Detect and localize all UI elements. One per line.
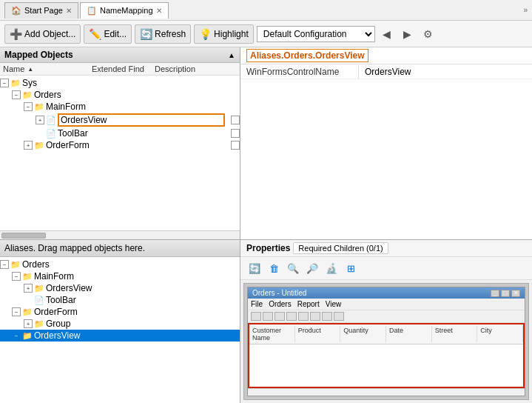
edit-label: Edit... <box>104 29 127 39</box>
name-mapping-label: NameMapping <box>100 6 153 15</box>
expander-alias-orderform[interactable]: − <box>12 307 21 316</box>
properties-label-row: Properties Required Children (0/1) <box>240 240 532 257</box>
alias-row-mainform[interactable]: − 📁 MainForm <box>0 270 240 282</box>
menu-file[interactable]: File <box>251 300 263 308</box>
label-alias-orders: Orders <box>22 259 240 270</box>
checkbox-orderform[interactable] <box>231 141 240 150</box>
menu-report[interactable]: Report <box>297 300 320 308</box>
alias-row-ordersview-selected[interactable]: − 📁 OrdersView <box>0 330 240 342</box>
highlight-label: Highlight <box>214 29 249 39</box>
edit-button[interactable]: ✏️ Edit... <box>84 24 132 44</box>
settings-icon[interactable]: ⚙ <box>420 25 437 43</box>
tree-row-orders[interactable]: − 📁 Orders <box>0 89 240 101</box>
restore-btn[interactable]: □ <box>501 290 510 297</box>
toolbar-btn-4[interactable] <box>286 312 297 321</box>
expander-sys[interactable]: − <box>0 79 9 87</box>
alias-row-orderform[interactable]: − 📁 OrderForm <box>0 306 240 318</box>
folder-icon-alias-group: 📁 <box>34 319 44 329</box>
close-btn[interactable]: ✕ <box>511 290 520 297</box>
prop-row-winforms: WinFormsControlName OrdersView <box>240 64 532 79</box>
alias-title-bar: Aliases.Orders.OrdersView <box>240 47 532 64</box>
alias-row-ordersview-sub[interactable]: + 📁 OrdersView <box>0 282 240 294</box>
folder-icon-alias-ordersview-sub: 📁 <box>34 284 44 293</box>
refresh-action-icon[interactable]: 🔄 <box>246 260 263 276</box>
scrollbar-thumb[interactable] <box>1 233 46 239</box>
menu-orders[interactable]: Orders <box>269 300 292 308</box>
alias-row-group[interactable]: + 📁 Group <box>0 318 240 330</box>
title-chevron-icon[interactable]: » <box>523 6 528 14</box>
checkbox-toolbar[interactable] <box>231 129 240 138</box>
preview-grid-header: Customer Name Product Quantity Date Stre… <box>249 324 523 344</box>
folder-icon-mainform: 📁 <box>34 102 44 112</box>
minimize-icon[interactable]: ▲ <box>228 51 235 59</box>
zoom-action-icon[interactable]: 🔬 <box>323 260 340 276</box>
label-alias-mainform: MainForm <box>34 271 240 282</box>
mapped-objects-scrollbar[interactable] <box>0 230 240 239</box>
spacer-alias-toolbar <box>24 296 33 304</box>
search-plus-action-icon[interactable]: 🔎 <box>304 260 320 276</box>
add-object-button[interactable]: ➕ Add Object... <box>4 24 81 44</box>
properties-table: WinFormsControlName OrdersView <box>240 64 532 239</box>
label-alias-ordersview-sub: OrdersView <box>46 283 240 293</box>
grid-action-icon[interactable]: ⊞ <box>343 260 359 276</box>
start-page-close[interactable]: ✕ <box>66 7 72 15</box>
minimize-btn[interactable]: _ <box>491 290 499 297</box>
expander-alias-group[interactable]: + <box>24 319 33 328</box>
menu-view[interactable]: View <box>326 300 342 308</box>
toolbar-btn-1[interactable] <box>251 312 261 321</box>
expander-alias-mainform[interactable]: − <box>12 272 21 281</box>
label-alias-orderform: OrderForm <box>34 307 240 317</box>
search-action-icon[interactable]: 🔍 <box>285 260 301 276</box>
alias-title-text: Aliases.Orders.OrdersView <box>246 49 368 62</box>
tab-start-page[interactable]: 🏠 Start Page ✕ <box>4 2 78 19</box>
name-mapping-icon: 📋 <box>87 6 97 16</box>
tree-row-orderform[interactable]: + 📁 OrderForm <box>0 139 240 151</box>
tree-header: Name ▲ Extended Find Description <box>0 63 240 76</box>
col-name[interactable]: Name ▲ <box>3 64 92 73</box>
expander-orderform[interactable]: + <box>24 141 33 150</box>
grid-col-quantity: Quantity <box>340 326 386 342</box>
name-mapping-close[interactable]: ✕ <box>156 7 162 15</box>
folder-icon-ordersview: 📄 <box>46 116 56 125</box>
expander-alias-ordersview-sub[interactable]: + <box>24 284 33 293</box>
tab-name-mapping[interactable]: 📋 NameMapping ✕ <box>80 2 169 19</box>
tree-row-toolbar[interactable]: 📄 ToolBar <box>0 127 240 139</box>
preview-window-title: Orders - Untitled <box>252 289 306 297</box>
toolbar-btn-3[interactable] <box>275 312 285 321</box>
expander-mainform[interactable]: − <box>24 102 33 111</box>
tree-row-ordersview[interactable]: + 📄 OrdersView <box>0 113 240 127</box>
delete-action-icon[interactable]: 🗑 <box>266 260 282 276</box>
alias-row-toolbar[interactable]: 📄 ToolBar <box>0 294 240 306</box>
preview-bottom-scroll[interactable] <box>248 388 525 396</box>
expander-orders[interactable]: − <box>12 90 21 99</box>
spacer-toolbar <box>36 129 44 138</box>
tree-row-mainform[interactable]: − 📁 MainForm <box>0 101 240 113</box>
expander-alias-orders[interactable]: − <box>0 260 9 269</box>
nav-right-icon[interactable]: ▶ <box>399 25 417 43</box>
folder-icon-alias-mainform: 📁 <box>22 272 33 282</box>
grid-col-street: Street <box>432 326 478 342</box>
alias-row-orders[interactable]: − 📁 Orders <box>0 259 240 270</box>
toolbar-btn-7[interactable] <box>322 312 332 321</box>
highlight-button[interactable]: 💡 Highlight <box>194 24 254 44</box>
action-toolbar: 🔄 🗑 🔍 🔎 🔬 ⊞ <box>240 257 532 280</box>
tree-row-sys[interactable]: − 📁 Sys <box>0 77 240 89</box>
toolbar-btn-6[interactable] <box>310 312 320 321</box>
col-description[interactable]: Description <box>155 64 237 73</box>
folder-icon-sys: 📁 <box>10 79 21 88</box>
refresh-button[interactable]: 🔄 Refresh <box>135 24 191 44</box>
expander-ordersview[interactable]: + <box>36 116 44 124</box>
properties-top: Aliases.Orders.OrdersView WinFormsContro… <box>240 47 532 240</box>
col-extended-find[interactable]: Extended Find <box>92 64 155 73</box>
label-alias-group: Group <box>46 319 240 329</box>
toolbar-btn-2[interactable] <box>263 312 273 321</box>
label-ordersview: OrdersView <box>58 113 225 127</box>
config-select[interactable]: Default Configuration <box>257 26 375 42</box>
checkbox-ordersview[interactable] <box>231 116 240 124</box>
expander-alias-ordersview[interactable]: − <box>12 331 21 340</box>
folder-icon-alias-orders: 📁 <box>10 260 21 270</box>
prop-value-winforms[interactable]: OrdersView <box>359 65 532 79</box>
toolbar-btn-8[interactable] <box>334 312 344 321</box>
nav-left-icon[interactable]: ◀ <box>378 25 396 43</box>
toolbar-btn-5[interactable] <box>298 312 309 321</box>
